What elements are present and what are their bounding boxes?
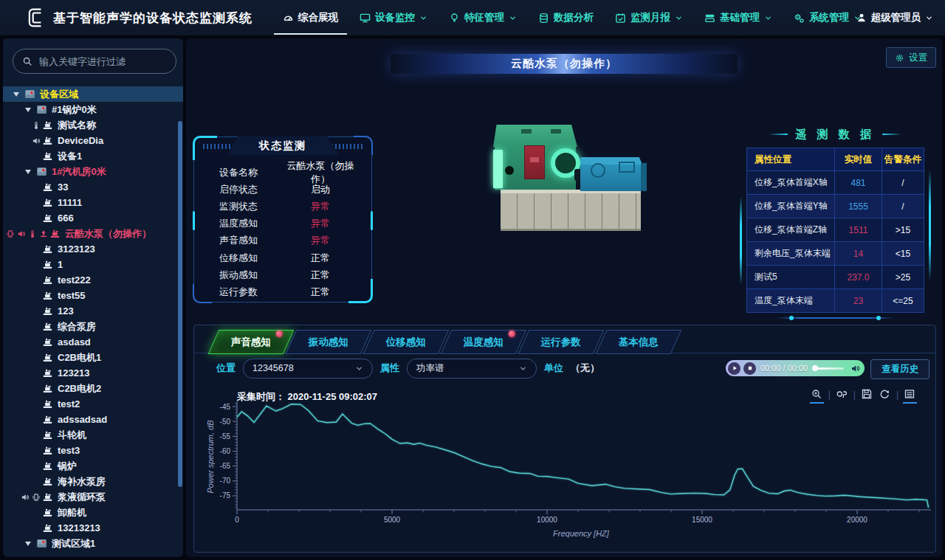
- tree-search-box[interactable]: [13, 49, 176, 74]
- tree-item[interactable]: 123213: [3, 365, 183, 381]
- nav-item-label: 监测月报: [630, 11, 670, 24]
- telemetry-alarm-condition: >15: [882, 218, 924, 242]
- device-icon: [41, 290, 53, 302]
- player-time: 00:00 / 00:00: [760, 364, 808, 373]
- telemetry-column-header: 告警条件: [882, 148, 924, 171]
- attribute-select[interactable]: 功率谱: [407, 359, 537, 378]
- tab-label: 基本信息: [619, 336, 659, 349]
- expand-arrow-icon[interactable]: [25, 108, 31, 112]
- tab-label: 温度感知: [464, 336, 504, 349]
- svg-text:-55: -55: [220, 432, 231, 440]
- expand-arrow-icon[interactable]: [13, 92, 19, 97]
- device-tree-sidebar: 设备区域#1锅炉0米测试名称DeviceDia设备11#汽机房0米3311111…: [3, 38, 183, 557]
- tree-item[interactable]: 123: [3, 303, 183, 319]
- search-input[interactable]: [38, 55, 151, 68]
- tree-item[interactable]: 666: [3, 210, 183, 226]
- tree-item[interactable]: test3: [3, 443, 183, 458]
- tree-item-label: adssadsad: [58, 414, 107, 425]
- save-image-icon[interactable]: [861, 388, 873, 401]
- nav-item-综合展现[interactable]: 综合展现: [283, 0, 338, 35]
- tree-item[interactable]: 锅炉: [3, 458, 183, 474]
- restore-icon[interactable]: [836, 388, 848, 401]
- tab-位移感知[interactable]: 位移感知: [363, 330, 450, 354]
- stop-button[interactable]: [743, 362, 756, 375]
- user-menu[interactable]: 超级管理员: [856, 0, 934, 35]
- model-motor: [493, 125, 577, 190]
- tree-item[interactable]: 云酷水泵（勿操作）: [3, 226, 183, 241]
- tree-item[interactable]: test55: [3, 288, 183, 303]
- tree-item[interactable]: 33: [3, 179, 183, 195]
- nav-item-特征管理[interactable]: 特征管理: [449, 0, 517, 35]
- tree-item[interactable]: 3123123: [3, 241, 183, 257]
- tree-item[interactable]: 1: [3, 257, 183, 272]
- volume-slider[interactable]: [812, 365, 844, 371]
- tree-item[interactable]: 设备区域: [3, 86, 183, 102]
- tree-item-label: test3: [58, 445, 80, 456]
- nav-item-系统管理[interactable]: 系统管理: [794, 0, 862, 35]
- tree-item[interactable]: #1锅炉0米: [3, 102, 183, 117]
- tree-item[interactable]: 海补水泵房: [3, 474, 183, 489]
- pump-3d-model[interactable]: [487, 108, 753, 232]
- tree-item[interactable]: 综合泵房: [3, 319, 183, 334]
- device-icon: [41, 321, 53, 333]
- panel-edge-decor: [929, 170, 931, 280]
- nav-item-数据分析[interactable]: 数据分析: [538, 0, 594, 35]
- nav-item-基础管理[interactable]: 基础管理: [704, 0, 772, 35]
- toolbox-separator: |: [853, 390, 856, 400]
- tree-item[interactable]: test2: [3, 396, 183, 412]
- search-icon: [22, 56, 32, 66]
- tree-item[interactable]: C2B电机1: [3, 350, 183, 365]
- tree-item[interactable]: 测试区域1: [3, 536, 183, 551]
- telemetry-attr-name: 位移_泵体首端X轴: [747, 171, 835, 195]
- tree-item[interactable]: test222: [3, 272, 183, 288]
- tab-基本信息[interactable]: 基本信息: [596, 330, 682, 354]
- expand-arrow-icon[interactable]: [25, 542, 31, 546]
- tab-label: 运行参数: [541, 336, 581, 349]
- tree-item[interactable]: 斗轮机: [3, 427, 183, 443]
- tree-item-label: 卸船机: [58, 506, 86, 519]
- thermometer-icon: [27, 229, 38, 239]
- status-row: 声音感知异常: [194, 232, 371, 249]
- tab-声音感知[interactable]: 声音感知: [208, 330, 295, 354]
- tree-item-label: DeviceDia: [58, 135, 103, 146]
- settings-button[interactable]: 设置: [886, 47, 936, 68]
- tree-item[interactable]: 1#汽机房0米: [3, 164, 183, 179]
- nav-item-监测月报[interactable]: 监测月报: [615, 0, 683, 35]
- tree-item[interactable]: 设备1: [3, 148, 183, 164]
- sidebar-scrollbar[interactable]: [178, 121, 182, 487]
- view-history-button[interactable]: 查看历史: [870, 359, 929, 379]
- tab-温度感知[interactable]: 温度感知: [441, 330, 527, 354]
- data-view-icon[interactable]: [904, 388, 916, 401]
- telemetry-alarm-condition: <15: [882, 242, 924, 266]
- play-button[interactable]: [728, 362, 740, 375]
- device-icon: [41, 336, 53, 348]
- svg-text:20000: 20000: [847, 516, 867, 524]
- tree-item[interactable]: 浆液循环泵: [3, 489, 183, 505]
- tree-item-label: test2: [58, 398, 80, 409]
- tree-item[interactable]: C2B电机2: [3, 381, 183, 396]
- nav-item-设备监控[interactable]: 设备监控: [360, 0, 427, 35]
- status-row-label: 振动感知: [219, 269, 278, 282]
- status-row-label: 设备名称: [219, 166, 278, 179]
- tab-运行参数[interactable]: 运行参数: [518, 330, 605, 354]
- zoom-tool-icon[interactable]: [811, 388, 823, 401]
- main-nav: 综合展现设备监控特征管理数据分析监测月报基础管理系统管理: [283, 0, 862, 35]
- tree-item[interactable]: adssadsad: [3, 412, 183, 427]
- tree-item-label: #1锅炉0米: [52, 103, 97, 117]
- bulb-icon: [449, 13, 460, 24]
- telemetry-realtime-value: 1511: [835, 218, 882, 242]
- tree-item[interactable]: 测试名称: [3, 117, 183, 133]
- tree-item[interactable]: 13213213: [3, 520, 183, 536]
- spectrum-chart[interactable]: -45-50-55-60-65-70-750500010000150002000…: [205, 389, 935, 548]
- position-select[interactable]: 12345678: [243, 359, 373, 378]
- tree-item[interactable]: DeviceDia: [3, 133, 183, 148]
- tree-item[interactable]: asdasd: [3, 334, 183, 350]
- refresh-icon[interactable]: [879, 388, 891, 401]
- tree-item-label: test55: [58, 290, 86, 301]
- tab-振动感知[interactable]: 振动感知: [286, 330, 372, 354]
- tree-item[interactable]: 11111: [3, 195, 183, 210]
- tree-item[interactable]: 卸船机: [3, 505, 183, 520]
- chevron-down-icon: [925, 14, 933, 22]
- expand-arrow-icon[interactable]: [25, 170, 31, 174]
- gears-icon: [794, 13, 805, 24]
